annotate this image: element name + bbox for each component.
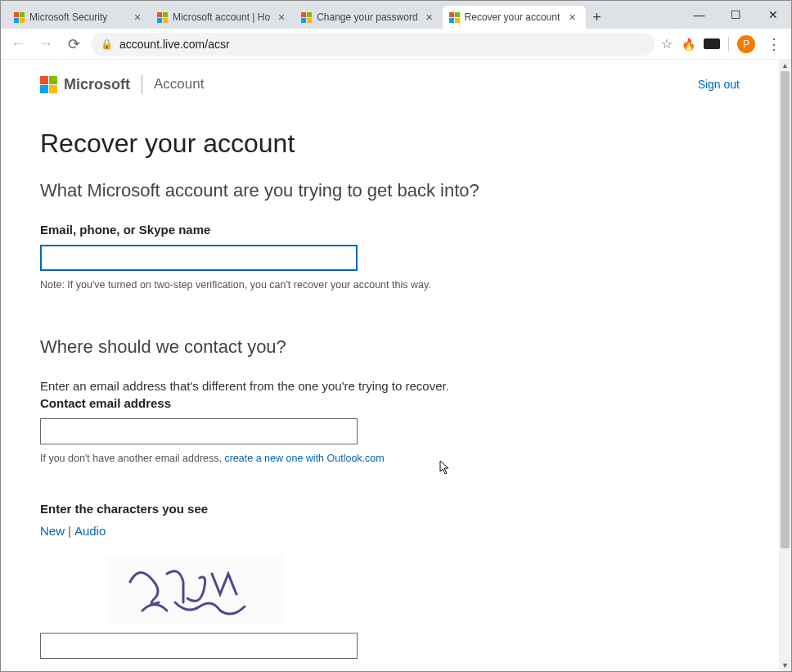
site-header: Microsoft Account Sign out bbox=[1, 60, 779, 102]
ms-favicon-icon bbox=[157, 12, 168, 23]
app-name: Account bbox=[154, 76, 204, 92]
tab-strip: Microsoft Security × Microsoft account |… bbox=[1, 1, 681, 29]
close-icon[interactable]: × bbox=[131, 11, 144, 24]
scroll-up-icon[interactable]: ▲ bbox=[779, 60, 791, 71]
captcha-controls: New|Audio bbox=[40, 524, 740, 538]
ms-favicon-icon bbox=[449, 12, 460, 23]
scrollbar[interactable]: ▲ ▼ bbox=[779, 60, 791, 671]
section-heading: Where should we contact you? bbox=[40, 336, 740, 358]
scroll-thumb[interactable] bbox=[781, 71, 790, 548]
forward-button[interactable]: → bbox=[35, 34, 56, 55]
ms-favicon-icon bbox=[14, 12, 25, 23]
captcha-audio-link[interactable]: Audio bbox=[74, 524, 106, 538]
microsoft-logo[interactable]: Microsoft bbox=[40, 76, 130, 93]
hint-text: Note: If you've turned on two-step verif… bbox=[40, 279, 740, 291]
close-icon[interactable]: × bbox=[275, 11, 288, 24]
menu-button[interactable]: ⋮ bbox=[763, 35, 785, 53]
divider bbox=[142, 74, 142, 94]
reload-button[interactable]: ⟳ bbox=[63, 34, 84, 55]
url-text: account.live.com/acsr bbox=[119, 38, 230, 51]
tab-active[interactable]: Recover your account × bbox=[443, 6, 586, 29]
omnibox[interactable]: 🔒 account.live.com/acsr bbox=[91, 33, 655, 56]
section-heading: What Microsoft account are you trying to… bbox=[40, 180, 740, 201]
address-bar: ← → ⟳ 🔒 account.live.com/acsr ☆ 🔥 P ⋮ bbox=[1, 29, 791, 60]
extension-icon[interactable] bbox=[704, 38, 720, 49]
main-content: Recover your account What Microsoft acco… bbox=[1, 102, 779, 671]
tab-title: Recover your account bbox=[465, 11, 561, 23]
close-icon[interactable]: × bbox=[423, 11, 436, 24]
description-text: Enter an email address that's different … bbox=[40, 379, 740, 393]
maximize-button[interactable]: ☐ bbox=[718, 1, 754, 29]
create-outlook-link[interactable]: create a new one with Outlook.com bbox=[224, 453, 384, 464]
captcha-image bbox=[106, 554, 286, 625]
captcha-input[interactable] bbox=[40, 633, 358, 659]
hint-prefix: If you don't have another email address, bbox=[40, 453, 224, 464]
titlebar: Microsoft Security × Microsoft account |… bbox=[1, 1, 791, 29]
brand-text: Microsoft bbox=[64, 76, 130, 93]
bookmark-star-icon[interactable]: ☆ bbox=[661, 36, 673, 52]
browser-window: Microsoft Security × Microsoft account |… bbox=[0, 0, 792, 672]
account-input[interactable] bbox=[40, 245, 358, 271]
tab-title: Microsoft account | Ho bbox=[173, 11, 270, 23]
tab-title: Microsoft Security bbox=[29, 11, 126, 23]
captcha-new-link[interactable]: New bbox=[40, 524, 65, 538]
field-label: Contact email address bbox=[40, 396, 740, 410]
ms-logo-icon bbox=[40, 76, 57, 93]
contact-email-input[interactable] bbox=[40, 418, 358, 444]
tab[interactable]: Change your password × bbox=[295, 6, 442, 29]
toolbar-right: ☆ 🔥 P ⋮ bbox=[661, 35, 785, 53]
back-button[interactable]: ← bbox=[7, 34, 29, 55]
field-label: Email, phone, or Skype name bbox=[40, 223, 740, 237]
field-label: Enter the characters you see bbox=[40, 502, 740, 516]
page-title: Recover your account bbox=[40, 129, 740, 159]
separator: | bbox=[68, 524, 71, 538]
page-content: Microsoft Account Sign out Recover your … bbox=[1, 60, 779, 671]
close-icon[interactable]: × bbox=[566, 11, 579, 24]
new-tab-button[interactable]: + bbox=[586, 6, 609, 29]
extension-icon[interactable]: 🔥 bbox=[681, 37, 695, 52]
ms-favicon-icon bbox=[301, 12, 312, 23]
divider bbox=[728, 37, 729, 52]
lock-icon: 🔒 bbox=[101, 38, 113, 50]
close-window-button[interactable]: ✕ bbox=[754, 1, 791, 29]
hint-text: If you don't have another email address,… bbox=[40, 453, 740, 464]
tab[interactable]: Microsoft account | Ho × bbox=[151, 6, 295, 29]
minimize-button[interactable]: — bbox=[681, 1, 718, 29]
profile-avatar[interactable]: P bbox=[737, 35, 755, 53]
scroll-down-icon[interactable]: ▼ bbox=[779, 660, 791, 671]
tab-title: Change your password bbox=[317, 11, 417, 23]
window-controls: — ☐ ✕ bbox=[681, 1, 791, 29]
viewport: Microsoft Account Sign out Recover your … bbox=[1, 60, 791, 671]
sign-out-link[interactable]: Sign out bbox=[698, 78, 740, 91]
tab[interactable]: Microsoft Security × bbox=[7, 6, 151, 29]
